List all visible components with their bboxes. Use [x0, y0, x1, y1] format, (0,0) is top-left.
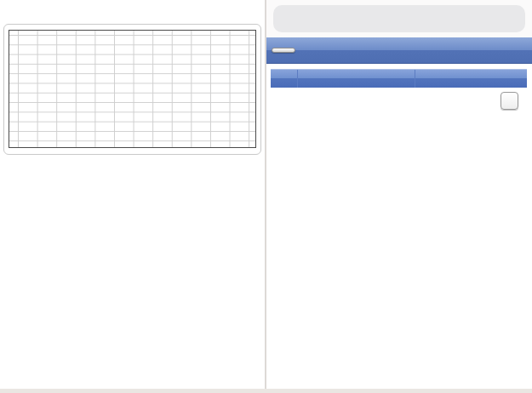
back-button[interactable] — [272, 48, 295, 53]
url-field[interactable] — [273, 5, 525, 32]
header-row-number-column — [271, 70, 297, 88]
table-header — [271, 69, 527, 88]
flow-meter-panel — [0, 0, 265, 393]
gateway-navbar — [266, 37, 532, 64]
page-title — [266, 37, 532, 63]
trend-chart — [9, 30, 256, 148]
gateway-footer — [266, 88, 532, 113]
header-position-column — [297, 70, 415, 88]
flow-header — [0, 0, 265, 8]
trend-chart-card — [3, 24, 261, 155]
screen-bottom-edge — [0, 389, 532, 393]
browser-address-bar — [266, 0, 532, 37]
gateway-table — [271, 69, 527, 88]
relative-position-checkbox[interactable] — [501, 92, 518, 110]
header-average-column — [415, 70, 527, 88]
browser-panel — [266, 0, 532, 393]
chart-lines — [9, 31, 255, 147]
